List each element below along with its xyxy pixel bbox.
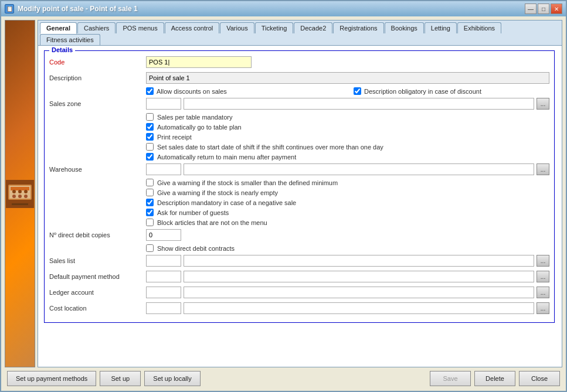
block-articles-checkbox[interactable] [146, 219, 154, 226]
auto-return-checkbox[interactable] [146, 153, 154, 161]
payment-method-fields: ... [146, 271, 549, 282]
set-sales-date-checkbox[interactable] [146, 143, 154, 151]
code-input[interactable] [146, 56, 252, 68]
tab-bookings[interactable]: Bookings [385, 22, 424, 33]
bottom-bar: Set up payment methods Set up Set up loc… [5, 367, 562, 387]
setup-payment-methods-button[interactable]: Set up payment methods [7, 371, 96, 386]
tab-cashiers[interactable]: Cashiers [77, 22, 116, 33]
payment-method-label: Default payment method [49, 273, 146, 280]
ndebit-input[interactable] [146, 229, 181, 241]
details-section-label: Details [49, 46, 75, 53]
tab-general[interactable]: General [40, 22, 77, 34]
tab-exhibitions[interactable]: Exhibitions [457, 22, 501, 33]
sales-zone-name-input[interactable] [184, 98, 534, 110]
ask-guests-label: Ask for number of guests [157, 209, 229, 216]
window-body: General Cashiers POS menus Access contro… [1, 16, 566, 391]
block-articles-label: Block articles that are not on the menu [157, 219, 267, 226]
bottom-right-buttons: Save Delete Close [430, 371, 560, 386]
payment-method-row: Default payment method ... [49, 270, 549, 283]
sales-list-browse-button[interactable]: ... [537, 255, 549, 267]
sales-list-code-input[interactable] [146, 255, 181, 267]
warehouse-browse-button[interactable]: ... [537, 163, 549, 175]
svg-point-7 [18, 190, 22, 193]
warning-empty-checkbox[interactable] [146, 189, 154, 196]
tab-fitness[interactable]: Fitness activities [40, 34, 100, 45]
sales-zone-code-input[interactable] [146, 98, 181, 110]
desc-mandatory-negative-checkbox[interactable] [146, 199, 154, 206]
window-controls: — □ ✕ [525, 4, 562, 14]
desc-obligatory-group: Description obligatory in case of discou… [354, 87, 549, 95]
delete-button[interactable]: Delete [474, 371, 515, 386]
ledger-code-input[interactable] [146, 287, 181, 298]
discounts-row: Allow discounts on sales Description obl… [146, 87, 549, 95]
allow-discounts-label: Allow discounts on sales [157, 88, 227, 95]
auto-return-row: Automatically return to main menu after … [146, 153, 549, 161]
desc-mandatory-negative-row: Description mandatory in case of a negat… [146, 199, 549, 206]
sales-zone-fields: ... [146, 98, 549, 110]
warning-minimum-row: Give a warning if the stock is smaller t… [146, 179, 549, 186]
cost-location-fields: ... [146, 302, 549, 314]
set-sales-date-row: Set sales date to start date of shift if… [146, 143, 549, 151]
auto-table-plan-checkbox[interactable] [146, 123, 154, 131]
sales-per-table-label: Sales per table mandatory [157, 114, 232, 121]
ask-guests-row: Ask for number of guests [146, 209, 549, 216]
sales-zone-label: Sales zone [49, 100, 146, 107]
sales-zone-browse-button[interactable]: ... [537, 98, 549, 110]
allow-discounts-checkbox[interactable] [146, 87, 154, 95]
tab-content-general: Details Code Description [38, 46, 562, 367]
desc-obligatory-label: Description obligatory in case of discou… [364, 88, 481, 95]
cost-location-name-input[interactable] [184, 302, 534, 314]
warning-minimum-checkbox[interactable] [146, 179, 154, 186]
print-receipt-row: Print receipt [146, 133, 549, 141]
main-window: 📋 Modify point of sale - Point of sale 1… [0, 0, 567, 392]
show-debit-checkbox[interactable] [146, 244, 154, 252]
warning-empty-row: Give a warning if the stock is nearly em… [146, 189, 549, 196]
window-close-button[interactable]: ✕ [551, 4, 562, 14]
payment-method-code-input[interactable] [146, 271, 181, 282]
ledger-name-input[interactable] [184, 287, 534, 298]
cost-location-row: Cost location ... [49, 302, 549, 315]
save-button[interactable]: Save [430, 371, 471, 386]
main-area: General Cashiers POS menus Access contro… [5, 20, 562, 367]
svg-point-6 [12, 190, 16, 193]
description-input[interactable] [146, 72, 549, 84]
ledger-label: Ledger account [49, 289, 146, 296]
code-row: Code [49, 56, 549, 69]
minimize-button[interactable]: — [525, 4, 537, 14]
app-icon: 📋 [5, 4, 14, 13]
sales-list-name-input[interactable] [184, 255, 534, 267]
sales-zone-row: Sales zone ... [49, 97, 549, 110]
title-bar: 📋 Modify point of sale - Point of sale 1… [1, 1, 566, 16]
close-button[interactable]: Close [519, 371, 560, 386]
tab-decade2[interactable]: Decade2 [294, 22, 332, 33]
maximize-button[interactable]: □ [538, 4, 549, 14]
description-label: Description [49, 74, 146, 81]
warning-empty-label: Give a warning if the stock is nearly em… [157, 189, 278, 196]
tab-pos-menus[interactable]: POS menus [116, 22, 164, 33]
svg-rect-4 [15, 201, 25, 203]
tab-ticketing[interactable]: Ticketing [255, 22, 294, 33]
setup-locally-button[interactable]: Set up locally [144, 371, 200, 386]
tab-registrations[interactable]: Registrations [333, 22, 383, 33]
ndebit-label: Nº direct debit copies [49, 231, 146, 238]
payment-method-name-input[interactable] [184, 271, 534, 282]
desc-obligatory-checkbox[interactable] [354, 87, 361, 95]
svg-point-11 [24, 195, 28, 198]
sales-per-table-checkbox[interactable] [146, 113, 154, 121]
ndebit-row: Nº direct debit copies [49, 229, 549, 241]
ask-guests-checkbox[interactable] [146, 209, 154, 216]
ledger-browse-button[interactable]: ... [537, 287, 549, 298]
print-receipt-checkbox[interactable] [146, 133, 154, 141]
cost-location-browse-button[interactable]: ... [537, 302, 549, 314]
print-receipt-label: Print receipt [157, 134, 192, 141]
svg-point-8 [24, 190, 28, 193]
tab-letting[interactable]: Letting [425, 22, 457, 33]
tab-access-control[interactable]: Access control [165, 22, 220, 33]
auto-return-label: Automatically return to main menu after … [157, 154, 296, 161]
setup-button[interactable]: Set up [100, 371, 141, 386]
payment-method-browse-button[interactable]: ... [537, 271, 549, 282]
cost-location-code-input[interactable] [146, 302, 181, 314]
warehouse-code-input[interactable] [146, 163, 181, 175]
warehouse-name-input[interactable] [184, 163, 534, 175]
tab-various[interactable]: Various [220, 22, 254, 33]
